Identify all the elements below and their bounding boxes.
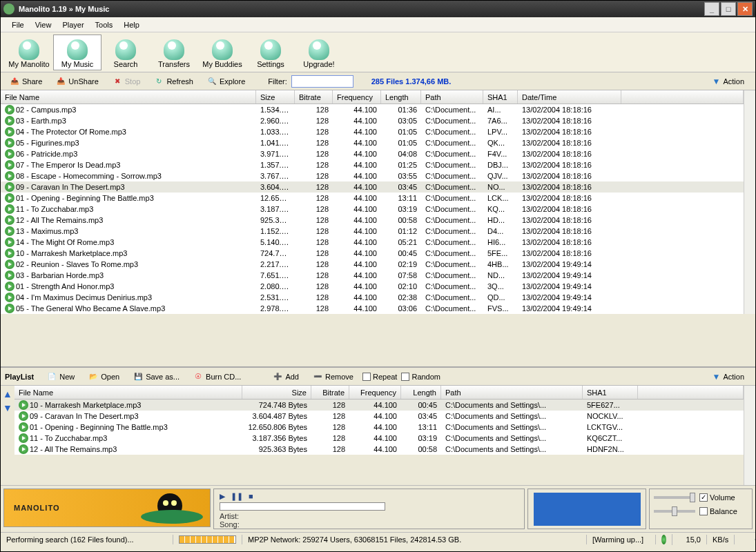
share-button[interactable]: 📤Share (5, 75, 47, 88)
checkbox-icon (699, 493, 708, 502)
toolbar-upgrade-[interactable]: Upgrade! (295, 34, 343, 70)
toolbar-my-manolito[interactable]: My Manolito (5, 34, 53, 70)
toolbar-search[interactable]: Search (101, 34, 150, 70)
playlist-row[interactable]: 12 - All The Remains.mp3925.363 Bytes128… (14, 444, 744, 455)
balance-checkbox[interactable]: Balance (699, 507, 737, 515)
unshare-button[interactable]: 📥UnShare (51, 75, 103, 88)
menu-player[interactable]: Player (57, 19, 89, 30)
col-frequency[interactable]: Frequency (333, 90, 381, 103)
scrollbar[interactable] (744, 90, 755, 314)
play-icon (5, 237, 14, 247)
filter-input[interactable] (291, 75, 353, 88)
move-down-button[interactable]: ▼ (3, 402, 12, 413)
file-row[interactable]: 03 - Barbarian Horde.mp37.651.162 Bytes1… (1, 270, 744, 281)
playlist-row[interactable]: 11 - To Zucchabar.mp33.187.356 Bytes1284… (14, 433, 744, 444)
col-bitrate[interactable]: Bitrate (295, 90, 333, 103)
pl-col-frequency[interactable]: Frequency (349, 386, 401, 399)
save-icon: 💾 (133, 372, 143, 382)
pl-col-length[interactable]: Length (401, 386, 441, 399)
toolbar-transfers[interactable]: Transfers (150, 34, 198, 70)
file-row[interactable]: 04 - The Protector Of Rome.mp31.033.202 … (1, 126, 744, 137)
file-row[interactable]: 07 - The Emperor Is Dead.mp31.357.536 By… (1, 159, 744, 170)
titlebar: Manolito 1.19 » My Music _ □ ✕ (1, 1, 755, 17)
col-size[interactable]: Size (256, 90, 295, 103)
pause-button[interactable]: ❚❚ (231, 492, 243, 501)
pl-col-size[interactable]: Size (242, 386, 311, 399)
random-checkbox[interactable]: Random (401, 373, 440, 381)
maximize-button[interactable]: □ (721, 2, 736, 16)
menu-tools[interactable]: Tools (90, 19, 119, 30)
file-row[interactable]: 12 - All The Remains.mp3925.363 Bytes128… (1, 215, 744, 226)
pl-col-path[interactable]: Path (441, 386, 583, 399)
volume-slider[interactable] (654, 496, 695, 499)
file-row[interactable]: 02 - Campus.mp31.534.738 Bytes12844.1000… (1, 104, 744, 115)
add-button[interactable]: ➕Add (268, 370, 304, 384)
pl-col-sha1[interactable]: SHA1 (583, 386, 638, 399)
stop-playback-button[interactable]: ■ (249, 492, 253, 501)
action-button[interactable]: Action (723, 77, 744, 86)
window-title: Manolito 1.19 » My Music (19, 5, 703, 13)
play-icon (5, 138, 14, 148)
file-row[interactable]: 01 - Strength And Honor.mp32.080.187 Byt… (1, 281, 744, 292)
playlist-grid-body[interactable]: 10 - Marrakesh Marketplace.mp3724.748 By… (14, 400, 744, 455)
volume-checkbox[interactable]: Volume (699, 493, 735, 502)
refresh-button[interactable]: ↻Refresh (149, 75, 198, 88)
playlist-scrollbar[interactable] (744, 386, 755, 485)
pl-col-filename[interactable]: File Name (14, 386, 242, 399)
sub-toolbar: 📤Share 📥UnShare ✖Stop ↻Refresh 🔍Explore … (1, 72, 755, 90)
balance-slider[interactable] (654, 510, 695, 513)
toolbar-settings[interactable]: Settings (246, 34, 295, 70)
file-row[interactable]: 05 - Figurines.mp31.041.131 Bytes12844.1… (1, 137, 744, 148)
playlist-row[interactable]: 09 - Caravan In The Desert.mp33.604.487 … (14, 411, 744, 422)
play-icon (19, 444, 28, 454)
file-row[interactable]: 10 - Marrakesh Marketplace.mp3724.748 By… (1, 248, 744, 259)
play-button[interactable]: ▶ (220, 492, 225, 501)
menu-file[interactable]: File (6, 19, 30, 30)
file-row[interactable]: 05 - The General Who Became A Slave.mp32… (1, 303, 744, 314)
move-up-button[interactable]: ▲ (3, 388, 12, 400)
artist-label: Artist: (220, 512, 239, 520)
save-button[interactable]: 💾Save as... (128, 370, 184, 384)
file-row[interactable]: 06 - Patricide.mp33.971.861 Bytes12844.1… (1, 148, 744, 159)
close-button[interactable]: ✕ (737, 2, 753, 16)
menu-view[interactable]: View (30, 19, 57, 30)
play-icon (5, 282, 14, 291)
remove-button[interactable]: ➖Remove (308, 370, 358, 384)
file-row[interactable]: 04 - I'm Maximus Decimus Denirius.mp32.5… (1, 292, 744, 303)
file-row[interactable]: 14 - The Might Of Rome.mp35.140.484 Byte… (1, 237, 744, 248)
minimize-button[interactable]: _ (704, 2, 719, 16)
new-button[interactable]: 📄New (42, 370, 79, 384)
file-row[interactable]: 01 - Opening - Beginning The Battle.mp31… (1, 193, 744, 204)
repeat-checkbox[interactable]: Repeat (362, 373, 397, 381)
playlist-row[interactable]: 01 - Opening - Beginning The Battle.mp31… (14, 422, 744, 433)
toolbar-my-music[interactable]: My Music (53, 34, 101, 70)
pl-col-bitrate[interactable]: Bitrate (311, 386, 349, 399)
visualizer (527, 489, 646, 529)
playlist-row[interactable]: 10 - Marrakesh Marketplace.mp3724.748 By… (14, 400, 744, 411)
play-icon (5, 171, 14, 181)
burn-button[interactable]: ⦿Burn CD... (188, 370, 246, 384)
col-filename[interactable]: File Name (1, 90, 256, 103)
file-row[interactable]: 09 - Caravan In The Desert.mp33.604.487 … (1, 181, 744, 193)
new-icon: 📄 (47, 372, 57, 382)
file-grid-body[interactable]: 02 - Campus.mp31.534.738 Bytes12844.1000… (1, 104, 744, 314)
file-row[interactable]: 03 - Earth.mp32.960.396 Bytes12844.10003… (1, 115, 744, 126)
explore-button[interactable]: 🔍Explore (202, 75, 250, 88)
stop-button[interactable]: ✖Stop (108, 75, 146, 88)
file-row[interactable]: 13 - Maximus.mp31.152.308 Bytes12844.100… (1, 226, 744, 237)
toolbar-my-buddies[interactable]: My Buddies (198, 34, 246, 70)
play-icon (5, 160, 14, 170)
col-sha1[interactable]: SHA1 (483, 90, 518, 103)
file-row[interactable]: 02 - Reunion - Slaves To Rome.mp32.217.7… (1, 259, 744, 270)
playlist-action-button[interactable]: Action (723, 373, 744, 381)
open-button[interactable]: 📂Open (84, 370, 124, 384)
menu-help[interactable]: Help (118, 19, 145, 30)
col-length[interactable]: Length (381, 90, 421, 103)
seek-bar[interactable] (220, 502, 385, 511)
file-row[interactable]: 08 - Escape - Homecomming - Sorrow.mp33.… (1, 170, 744, 181)
file-list-panel: File Name Size Bitrate Frequency Length … (1, 90, 755, 368)
share-icon: 📤 (10, 77, 19, 86)
col-datetime[interactable]: Date/Time (518, 90, 621, 103)
file-row[interactable]: 11 - To Zucchabar.mp33.187.356 Bytes1284… (1, 204, 744, 215)
col-path[interactable]: Path (421, 90, 483, 103)
